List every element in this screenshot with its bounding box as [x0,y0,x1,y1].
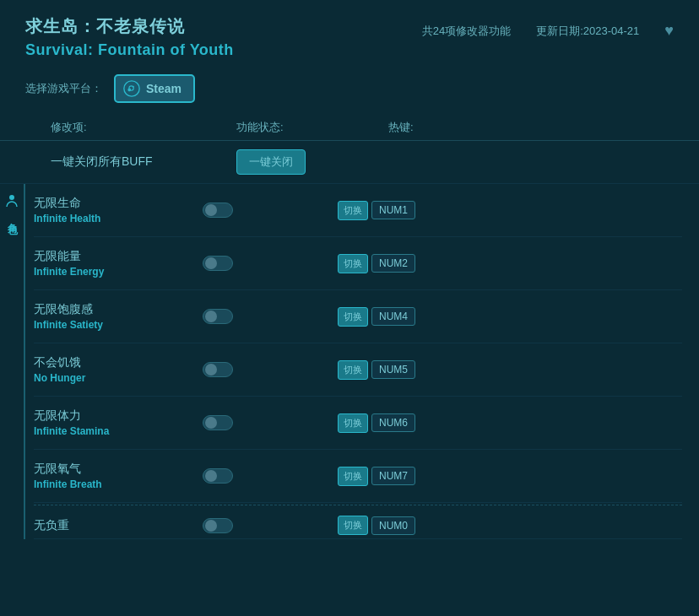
col-hotkey-header: 热键: [388,120,674,135]
toggle-switch[interactable] [203,468,233,484]
hotkey-key: NUM7 [371,467,415,485]
count-label: 共24项修改器功能 [422,24,511,39]
mod-name-en: Infinite Stamina [34,425,203,437]
toggle-knob [205,417,217,429]
toggle-knob [205,311,217,322]
mod-name-group: 无限饱腹感 Infinite Satiety [34,302,203,331]
col-status-header: 功能状态: [236,120,388,135]
toggle-knob [205,257,217,269]
mod-rows-container: 无限生命 Infinite Health 切换 NUM1 无限能量 Infini… [34,184,682,503]
mod-name-cn: 不会饥饿 [34,355,203,370]
bottom-partial-row: 无负重 切换 NUM0 [34,507,682,539]
hotkey-key: NUM6 [371,413,415,432]
one-click-row: 一键关闭所有BUFF 一键关闭 [0,141,699,184]
heart-icon[interactable]: ♥ [664,22,674,40]
hotkey-toggle-btn[interactable]: 切换 [338,201,368,220]
mod-row: 无限能量 Infinite Energy 切换 NUM2 [34,237,682,290]
steam-button-label: Steam [146,82,182,95]
mod-row: 无限氧气 Infinite Breath 切换 NUM7 [34,450,682,503]
section-divider [34,505,682,505]
toggle-switch[interactable] [203,203,233,218]
mod-row: 无限生命 Infinite Health 切换 NUM1 [34,184,682,237]
mod-toggle-area [203,362,338,377]
bottom-toggle-switch[interactable] [203,518,233,533]
mod-name-group: 无限氧气 Infinite Breath [34,462,203,490]
steam-button[interactable]: Steam [114,74,195,103]
bottom-hotkey-key: NUM0 [371,516,415,535]
bottom-mod-hotkey-area: 切换 NUM0 [338,516,682,535]
mod-name-en: No Hunger [34,372,203,384]
bottom-mod-cn: 无负重 [34,518,203,533]
toggle-switch[interactable] [203,415,233,430]
mod-list: 无限生命 Infinite Health 切换 NUM1 无限能量 Infini… [25,184,699,539]
mod-name-group: 无限体力 Infinite Stamina [34,408,203,437]
mod-name-en: Infinite Satiety [34,319,203,331]
mod-toggle-area [203,256,338,271]
toggle-knob [205,204,217,216]
header: 求生岛：不老泉传说 Survival: Fountain of Youth 共2… [0,0,699,68]
toggle-switch[interactable] [203,309,233,324]
one-click-status: 一键关闭 [236,149,388,175]
svg-point-1 [133,86,134,88]
mod-toggle-area [203,468,338,484]
hotkey-key: NUM4 [371,307,415,326]
mod-row: 不会饥饿 No Hunger 切换 NUM5 [34,343,682,397]
bottom-toggle-knob [205,520,217,532]
toggle-switch[interactable] [203,256,233,271]
hotkey-toggle-btn[interactable]: 切换 [338,413,368,433]
update-label: 更新日期:2023-04-21 [536,24,639,39]
mod-row: 无限体力 Infinite Stamina 切换 NUM6 [34,397,682,450]
content-area: 角色 无限生命 Infinite Health 切换 NUM1 无限能量 I [0,184,699,539]
mod-name-group: 无限生命 Infinite Health [34,196,203,224]
mod-hotkey-area: 切换 NUM6 [338,413,682,433]
mod-name-group: 不会饥饿 No Hunger [34,355,203,384]
steam-logo-icon [122,79,141,98]
bottom-mod-name-group: 无负重 [34,518,203,533]
mod-toggle-area [203,309,338,324]
col-mod-header: 修改项: [51,120,236,135]
sidebar-label: 角色 [5,214,19,218]
mod-hotkey-area: 切换 NUM5 [338,360,682,380]
platform-label: 选择游戏平台： [25,81,102,96]
mod-hotkey-area: 切换 NUM4 [338,307,682,327]
bottom-hotkey-toggle-btn[interactable]: 切换 [338,516,368,535]
one-click-label: 一键关闭所有BUFF [51,154,236,170]
column-headers: 修改项: 功能状态: 热键: [0,113,699,141]
hotkey-toggle-btn[interactable]: 切换 [338,307,368,327]
toggle-knob [205,470,217,482]
mod-name-en: Infinite Breath [34,478,203,490]
bottom-mod-toggle-area [203,518,338,533]
mod-name-en: Infinite Energy [34,266,203,278]
main-container: 求生岛：不老泉传说 Survival: Fountain of Youth 共2… [0,0,699,616]
game-title-cn: 求生岛：不老泉传说 [25,15,234,38]
header-meta: 共24项修改器功能 更新日期:2023-04-21 ♥ [422,15,674,40]
hotkey-key: NUM5 [371,360,415,379]
hotkey-toggle-btn[interactable]: 切换 [338,360,368,380]
mod-row: 无限饱腹感 Infinite Satiety 切换 NUM4 [34,290,682,343]
character-icon [3,192,20,209]
hotkey-key: NUM2 [371,254,415,273]
mod-toggle-area [203,203,338,218]
mod-name-cn: 无限生命 [34,196,203,211]
svg-point-0 [124,81,139,96]
toggle-knob [205,364,217,376]
svg-point-2 [9,195,14,200]
mod-name-cn: 无限饱腹感 [34,302,203,317]
mod-hotkey-area: 切换 NUM7 [338,467,682,486]
hotkey-toggle-btn[interactable]: 切换 [338,254,368,273]
mod-name-cn: 无限能量 [34,249,203,264]
hotkey-toggle-btn[interactable]: 切换 [338,467,368,486]
game-title-en: Survival: Fountain of Youth [25,41,234,59]
one-click-button[interactable]: 一键关闭 [236,149,306,175]
toggle-switch[interactable] [203,362,233,377]
mod-hotkey-area: 切换 NUM1 [338,201,682,220]
platform-section: 选择游戏平台： Steam [0,68,699,113]
mod-name-group: 无限能量 Infinite Energy [34,249,203,278]
mod-name-cn: 无限氧气 [34,462,203,477]
mod-name-cn: 无限体力 [34,408,203,424]
title-group: 求生岛：不老泉传说 Survival: Fountain of Youth [25,15,234,59]
mod-toggle-area [203,415,338,430]
mod-hotkey-area: 切换 NUM2 [338,254,682,273]
mod-name-en: Infinite Health [34,213,203,224]
sidebar: 角色 [0,184,25,539]
